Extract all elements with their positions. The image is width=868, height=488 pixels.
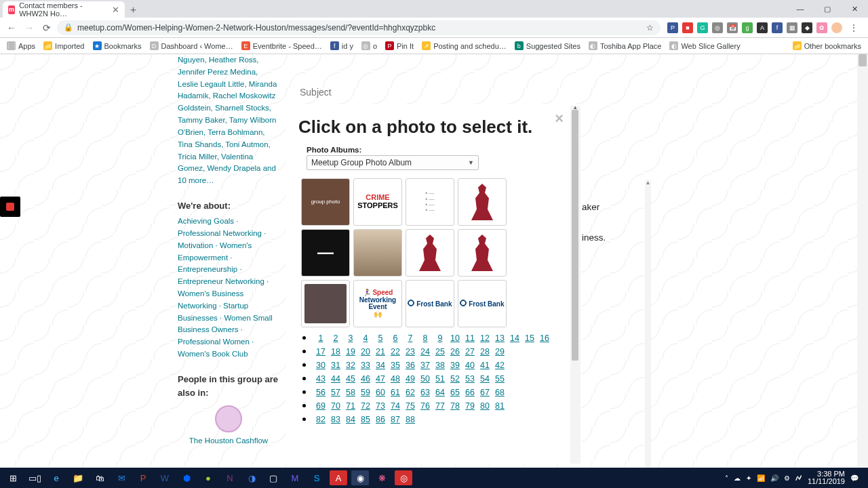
page-link[interactable]: 66 xyxy=(465,388,475,397)
ext-icon[interactable]: A xyxy=(757,22,768,33)
tray-battery-icon[interactable]: 🗲 xyxy=(795,474,802,482)
page-link[interactable]: 58 xyxy=(346,388,355,397)
photo-thumb[interactable] xyxy=(353,229,402,277)
page-link[interactable]: 9 xyxy=(435,333,445,343)
page-link[interactable]: 34 xyxy=(376,361,385,370)
window-maximize-button[interactable]: ▢ xyxy=(814,0,841,18)
ext-icon[interactable]: f xyxy=(772,22,783,33)
onenote-icon[interactable]: N xyxy=(221,470,239,485)
dropbox-icon[interactable]: ⬢ xyxy=(178,470,195,485)
tray-notifications-icon[interactable]: 💬 xyxy=(850,474,859,482)
page-link[interactable]: 8 xyxy=(420,333,430,343)
page-link[interactable]: 24 xyxy=(420,347,430,357)
task-view-button[interactable]: ▭▯ xyxy=(26,470,43,485)
explorer-icon[interactable]: 📁 xyxy=(69,470,87,485)
page-link[interactable]: 82 xyxy=(316,415,326,424)
page-link[interactable]: 75 xyxy=(406,401,415,411)
page-link[interactable]: 26 xyxy=(450,347,460,357)
page-link[interactable]: 13 xyxy=(495,333,505,343)
page-link[interactable]: 79 xyxy=(465,401,475,411)
page-link[interactable]: 84 xyxy=(346,415,355,424)
photo-thumb[interactable]: group photo xyxy=(301,178,350,226)
editor-scrollbar[interactable]: ▲▼ xyxy=(645,180,651,468)
album-select[interactable]: Meetup Group Photo Album ▼ xyxy=(307,155,479,170)
bookmark-star-icon[interactable]: ☆ xyxy=(646,23,654,33)
page-link[interactable]: 62 xyxy=(406,388,415,397)
page-link[interactable]: 40 xyxy=(465,361,475,370)
powerpoint-icon[interactable]: P xyxy=(134,470,152,485)
page-link[interactable]: 14 xyxy=(510,333,519,343)
page-link[interactable]: 78 xyxy=(450,401,460,411)
nav-back-button[interactable]: ← xyxy=(4,20,19,35)
page-link[interactable]: 55 xyxy=(495,374,505,384)
page-link[interactable]: 51 xyxy=(435,374,445,384)
bm-idy[interactable]: fid y xyxy=(330,41,353,50)
tray-chevron-icon[interactable]: ˄ xyxy=(725,474,728,482)
tray-charm-icon[interactable]: ✦ xyxy=(746,474,751,482)
page-link[interactable]: 59 xyxy=(361,388,370,397)
photo-thumb[interactable]: CRIMESTOPPERS xyxy=(353,178,402,226)
outlook-icon[interactable]: ✉ xyxy=(113,470,130,485)
page-link[interactable]: 86 xyxy=(376,415,385,424)
ext-icon[interactable]: ◆ xyxy=(802,22,812,33)
page-link[interactable]: 87 xyxy=(391,415,400,424)
ext-icon[interactable]: ✿ xyxy=(816,22,827,33)
start-button[interactable]: ⊞ xyxy=(4,470,22,485)
nav-reload-button[interactable]: ⟳ xyxy=(39,20,54,35)
page-link[interactable]: 17 xyxy=(316,347,326,357)
page-link[interactable]: 19 xyxy=(346,347,355,357)
bm-suggested[interactable]: bSuggested Sites xyxy=(515,41,580,50)
page-link[interactable]: 21 xyxy=(376,347,385,357)
page-link[interactable]: 32 xyxy=(346,361,355,370)
store-icon[interactable]: 🛍 xyxy=(91,470,108,485)
page-link[interactable]: 71 xyxy=(346,401,355,411)
tray-clock[interactable]: 3:38 PM11/11/2019 xyxy=(808,470,845,485)
page-link[interactable]: 80 xyxy=(480,401,490,411)
page-link[interactable]: 56 xyxy=(316,388,326,397)
page-link[interactable]: 30 xyxy=(316,361,326,370)
chrome-icon[interactable]: ◉ xyxy=(351,470,369,485)
acrobat-icon[interactable]: A xyxy=(330,470,347,485)
page-link[interactable]: 39 xyxy=(450,361,460,370)
page-link[interactable]: 23 xyxy=(406,347,415,357)
page-link[interactable]: 52 xyxy=(450,374,460,384)
page-link[interactable]: 46 xyxy=(361,374,370,384)
bm-toshiba[interactable]: ◐Toshiba App Place xyxy=(589,41,662,50)
photo-thumb[interactable]: 🏃‍♀️ SpeedNetworkingEvent🙌 xyxy=(353,280,402,327)
app-icon[interactable]: ◎ xyxy=(395,470,412,485)
tab-close-icon[interactable]: ✕ xyxy=(112,5,119,15)
page-link[interactable]: 1 xyxy=(316,333,326,343)
photo-thumb[interactable]: ▪ —▪ —▪ —▪ — xyxy=(406,178,454,226)
page-link[interactable]: 53 xyxy=(465,374,475,384)
bm-posting[interactable]: ↗Posting and schedu… xyxy=(422,41,507,50)
ext-icon[interactable]: G xyxy=(697,22,708,33)
ext-icon[interactable]: g xyxy=(742,22,753,33)
photo-thumb[interactable] xyxy=(458,229,507,277)
page-link[interactable]: 3 xyxy=(346,333,355,343)
page-link[interactable]: 57 xyxy=(331,388,340,397)
related-group[interactable]: The Houston Cashflow xyxy=(178,405,279,447)
profile-avatar-icon[interactable] xyxy=(831,22,842,33)
page-link[interactable]: 70 xyxy=(331,401,340,411)
page-link[interactable]: 22 xyxy=(391,347,400,357)
bm-other[interactable]: 📁Other bookmarks xyxy=(793,41,861,50)
ext-icon[interactable]: ▦ xyxy=(787,22,797,33)
page-link[interactable]: 48 xyxy=(391,374,400,384)
photo-thumb[interactable] xyxy=(458,178,507,226)
page-link[interactable]: 83 xyxy=(331,415,340,424)
bm-imported[interactable]: 📁Imported xyxy=(43,41,84,50)
page-link[interactable]: 73 xyxy=(376,401,385,411)
page-link[interactable]: 65 xyxy=(450,388,460,397)
page-link[interactable]: 44 xyxy=(331,374,340,384)
page-link[interactable]: 88 xyxy=(406,415,415,424)
page-link[interactable]: 35 xyxy=(391,361,400,370)
page-link[interactable]: 18 xyxy=(331,347,340,357)
page-scrollbar[interactable] xyxy=(857,54,868,468)
page-link[interactable]: 85 xyxy=(361,415,370,424)
photo-thumb[interactable]: Frost Bank xyxy=(458,280,507,327)
modal-scrollbar[interactable]: ▴ xyxy=(570,106,580,464)
page-link[interactable]: 63 xyxy=(420,388,430,397)
photo-thumb[interactable]: ▬▬▬ xyxy=(301,229,350,277)
page-link[interactable]: 81 xyxy=(495,401,505,411)
page-link[interactable]: 31 xyxy=(331,361,340,370)
